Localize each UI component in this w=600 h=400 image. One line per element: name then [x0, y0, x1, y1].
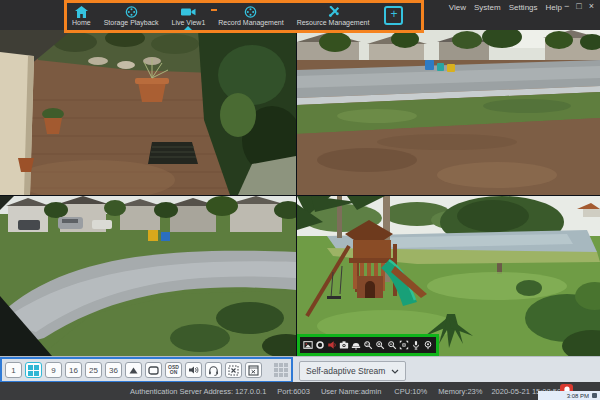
street-scene [297, 30, 600, 195]
tab-live-view[interactable]: Live View1 [172, 6, 206, 26]
chevron-down-icon [391, 369, 399, 374]
active-tab-caret [184, 26, 192, 30]
talk-headset-button[interactable] [205, 362, 222, 378]
fullscreen-button[interactable] [145, 362, 162, 378]
screen-mode-9-button[interactable]: 9 [45, 362, 62, 378]
audio-all-button[interactable] [185, 362, 202, 378]
reel-recording-icon [244, 6, 257, 18]
stream-type-label: Self-adaptive Stream [306, 366, 385, 376]
ptz-dome-icon[interactable] [351, 340, 361, 350]
bottom-toolbar: 1 9 16 25 36 OSDON [0, 356, 600, 382]
screen-mode-4-button[interactable] [25, 362, 42, 378]
close-button[interactable]: × [589, 1, 594, 11]
home-icon [75, 6, 88, 18]
layout-toolbar-highlight: 1 9 16 25 36 OSDON [0, 357, 293, 383]
live-view-grid [0, 30, 600, 356]
headset-icon [208, 365, 219, 376]
os-taskbar-sliver: 3:08 PM [538, 391, 600, 400]
window-controls: − □ × [564, 1, 594, 11]
osd-toggle-button[interactable]: OSDON [165, 362, 182, 378]
playground-scene [297, 196, 600, 356]
area-zoom-icon[interactable] [363, 340, 373, 350]
expand-panel-button[interactable] [125, 362, 142, 378]
memory-usage: Memory:23% [438, 387, 482, 396]
tab-home[interactable]: Home [72, 6, 91, 26]
channel-grid-button-disabled[interactable] [274, 363, 288, 377]
user-name: User Name:admin [321, 387, 381, 396]
tab-storage-playback[interactable]: Storage Playback [104, 6, 159, 26]
nav-tabs: Home Storage Playback Live View1 Record … [72, 1, 403, 30]
minimize-button[interactable]: − [564, 1, 569, 11]
driveway-scene [0, 196, 296, 356]
talk-mic-icon[interactable] [411, 340, 421, 350]
tab-label: Home [72, 19, 91, 26]
dashed-close-icon [228, 365, 239, 376]
screen-mode-25-button[interactable]: 25 [85, 362, 102, 378]
server-port: Port:6003 [277, 387, 310, 396]
video-camera-icon [181, 6, 196, 18]
screen-mode-16-button[interactable]: 16 [65, 362, 82, 378]
recording-indicator [211, 9, 217, 11]
status-bar: Authentication Server Address: 127.0.0.1… [0, 382, 600, 400]
snapshot-icon[interactable] [339, 340, 349, 350]
screen-mode-36-button[interactable]: 36 [105, 362, 122, 378]
stream-type-dropdown[interactable]: Self-adaptive Stream [299, 361, 406, 381]
tray-icon[interactable] [592, 393, 597, 398]
ptz-control-icon[interactable] [399, 340, 409, 350]
menu-view[interactable]: View [449, 3, 466, 12]
speaker-icon [188, 365, 199, 375]
tab-record-management[interactable]: Record Management [218, 6, 283, 26]
media-stream-icon[interactable] [303, 340, 313, 350]
osd-label: OSDON [168, 365, 179, 375]
camera-pane-front-porch[interactable] [0, 30, 296, 195]
tab-label: Resource Management [297, 19, 370, 26]
cpu-usage: CPU:10% [394, 387, 427, 396]
tab-label: Storage Playback [104, 19, 159, 26]
menu-settings[interactable]: Settings [509, 3, 538, 12]
close-all-preview-button[interactable] [225, 362, 242, 378]
taskbar-clock: 3:08 PM [567, 393, 589, 399]
auth-server-address: Authentication Server Address: 127.0.0.1 [130, 387, 266, 396]
camera-pane-playground[interactable] [297, 196, 600, 356]
zoom-out-icon[interactable] [387, 340, 397, 350]
tab-label: Record Management [218, 19, 283, 26]
camera-toolbar [297, 334, 439, 356]
tools-icon [327, 6, 340, 18]
maximize-button[interactable]: □ [576, 1, 581, 11]
audio-icon[interactable] [327, 340, 337, 350]
tab-resource-management[interactable]: Resource Management [297, 6, 370, 26]
boxed-x-icon [248, 365, 259, 376]
triangle-up-icon [129, 367, 138, 374]
reel-icon [125, 6, 138, 18]
nvr-client-window: View System Settings Help − □ × Home Sto… [0, 0, 600, 400]
menu-system[interactable]: System [474, 3, 501, 12]
front-porch-scene [0, 30, 296, 195]
titlebar: View System Settings Help − □ × Home Sto… [0, 0, 600, 30]
menu-help[interactable]: Help [546, 3, 562, 12]
zoom-in-icon[interactable] [375, 340, 385, 350]
close-channel-button[interactable] [245, 362, 262, 378]
record-icon[interactable] [315, 340, 325, 350]
grid-4-icon [28, 365, 39, 376]
add-tab-button[interactable]: + [384, 6, 403, 25]
tab-label: Live View1 [172, 19, 206, 26]
fisheye-icon[interactable] [423, 340, 433, 350]
camera-pane-driveway[interactable] [0, 196, 296, 356]
app-menu: View System Settings Help [449, 3, 562, 12]
screen-mode-1-button[interactable]: 1 [5, 362, 22, 378]
fullscreen-icon [148, 366, 159, 375]
camera-pane-street[interactable] [297, 30, 600, 195]
